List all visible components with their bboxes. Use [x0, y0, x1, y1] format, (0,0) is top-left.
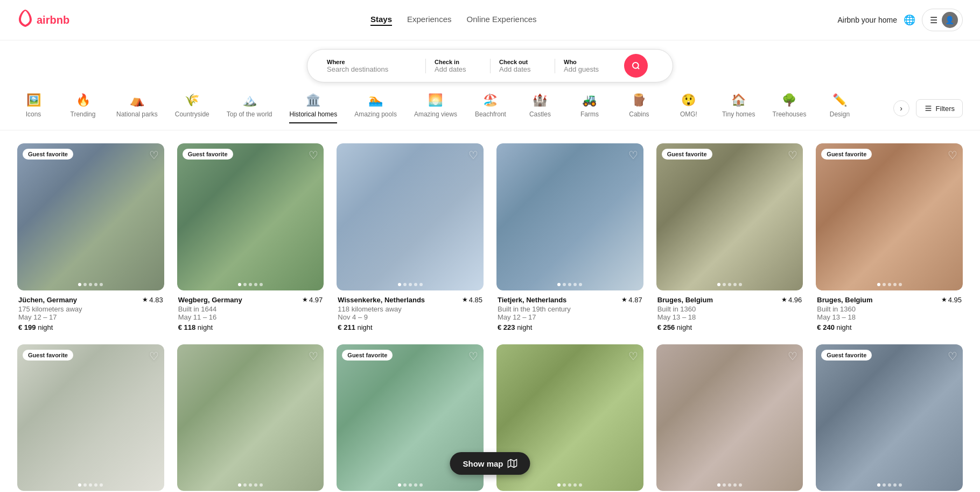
who-value[interactable]: Add guests: [564, 65, 611, 73]
category-item-trending[interactable]: 🔥 Trending: [67, 93, 99, 123]
guest-favorite-badge: Guest favorite: [662, 149, 712, 160]
logo[interactable]: airbnb: [17, 10, 69, 31]
category-item-national-parks[interactable]: ⛺ National parks: [116, 93, 158, 123]
wishlist-button[interactable]: ♡: [309, 350, 318, 363]
listing-location: Wegberg, Germany: [178, 296, 242, 304]
image-dot: [739, 283, 742, 286]
category-item-icons[interactable]: 🖼️ Icons: [17, 93, 50, 123]
image-dot: [78, 483, 81, 487]
category-item-cabins[interactable]: 🪵 Cabins: [623, 93, 655, 123]
listing-card[interactable]: Guest favorite ♡ Bruges, Belgium ★4.95 B…: [816, 143, 963, 331]
checkin-value[interactable]: Add dates: [435, 65, 481, 73]
wishlist-button[interactable]: ♡: [468, 350, 478, 363]
image-dot: [717, 483, 720, 487]
user-menu[interactable]: ☰ 👤: [922, 9, 963, 31]
who-section[interactable]: Who Add guests: [555, 59, 620, 73]
where-input[interactable]: Search destinations: [327, 65, 417, 73]
guest-favorite-badge: Guest favorite: [821, 149, 872, 160]
category-list: 🖼️ Icons 🔥 Trending ⛺ National parks 🌾 C…: [17, 93, 893, 123]
nav-tab-online[interactable]: Online Experiences: [467, 15, 537, 26]
show-map-container: Show map: [450, 452, 530, 475]
listing-card[interactable]: Guest favorite ♡ Wegberg, Germany ★4.97 …: [177, 143, 324, 331]
image-dot: [888, 483, 891, 487]
airbnb-your-home-link[interactable]: Airbnb your home: [837, 16, 897, 24]
hamburger-icon: ☰: [930, 15, 937, 25]
where-section[interactable]: Where Search destinations: [318, 59, 426, 73]
listing-card[interactable]: Guest favorite ♡: [816, 344, 963, 492]
listing-card[interactable]: ♡: [177, 344, 324, 492]
category-item-countryside[interactable]: 🌾 Countryside: [175, 93, 209, 123]
guest-favorite-badge: Guest favorite: [342, 350, 393, 361]
category-item-amazing-pools[interactable]: 🏊 Amazing pools: [354, 93, 397, 123]
category-nav: 🖼️ Icons 🔥 Trending ⛺ National parks 🌾 C…: [0, 87, 980, 130]
checkin-section[interactable]: Check in Add dates: [426, 59, 491, 73]
image-dot: [414, 283, 417, 286]
listing-info: Bruges, Belgium ★4.95 Built in 1360 May …: [816, 296, 963, 331]
nav-tab-experiences[interactable]: Experiences: [407, 15, 452, 26]
filters-label: Filters: [936, 105, 955, 113]
listing-card[interactable]: Guest favorite ♡: [17, 344, 164, 492]
listing-card[interactable]: ♡ Tietjerk, Netherlands ★4.87 Built in t…: [496, 143, 643, 331]
globe-icon[interactable]: 🌐: [904, 14, 915, 26]
image-dot: [419, 283, 423, 286]
category-item-omg[interactable]: 😲 OMG!: [673, 93, 705, 123]
category-label-tiny-homes: Tiny homes: [722, 110, 755, 118]
nav-tab-stays[interactable]: Stays: [370, 15, 392, 26]
category-icon-countryside: 🌾: [185, 93, 199, 107]
image-dot: [100, 483, 103, 487]
listing-card[interactable]: Guest favorite ♡ Jüchen, Germany ★4.83 1…: [17, 143, 164, 331]
search-bar-wrapper: Where Search destinations Check in Add d…: [0, 40, 980, 87]
category-icon-beachfront: 🏖️: [483, 93, 498, 107]
star-icon: ★: [781, 296, 787, 303]
category-item-design[interactable]: ✏️ Design: [823, 93, 856, 123]
wishlist-button[interactable]: ♡: [948, 149, 957, 162]
listing-subtitle: Built in 1360: [817, 305, 962, 313]
image-dots: [717, 483, 742, 487]
listing-top-row: Bruges, Belgium ★4.96: [657, 296, 802, 304]
listing-info: Bruges, Belgium ★4.96 Built in 1360 May …: [656, 296, 803, 331]
search-button[interactable]: [624, 54, 648, 78]
image-dot: [94, 283, 97, 286]
wishlist-button[interactable]: ♡: [628, 350, 638, 363]
image-dot: [717, 283, 720, 286]
image-dot: [414, 483, 417, 487]
listing-price: € 240 night: [817, 323, 962, 331]
category-item-top-world[interactable]: 🏔️ Top of the world: [227, 93, 272, 123]
wishlist-button[interactable]: ♡: [309, 149, 318, 162]
wishlist-button[interactable]: ♡: [948, 350, 957, 363]
wishlist-button[interactable]: ♡: [628, 149, 638, 162]
listing-subtitle: Built in the 19th century: [498, 305, 642, 313]
wishlist-button[interactable]: ♡: [788, 149, 797, 162]
category-label-national-parks: National parks: [116, 110, 158, 118]
checkout-section[interactable]: Check out Add dates: [491, 59, 555, 73]
wishlist-button[interactable]: ♡: [149, 149, 159, 162]
listing-card[interactable]: ♡ Wissenkerke, Netherlands ★4.85 118 kil…: [337, 143, 484, 331]
listing-card[interactable]: ♡: [656, 344, 803, 492]
listing-dates: May 12 – 17: [498, 313, 642, 321]
image-dots: [717, 283, 742, 286]
image-dot: [723, 283, 726, 286]
category-item-farms[interactable]: 🚜 Farms: [573, 93, 606, 123]
category-item-historical-homes[interactable]: 🏛️ Historical homes: [289, 93, 337, 123]
guest-favorite-badge: Guest favorite: [23, 350, 73, 361]
category-item-castles[interactable]: 🏰 Castles: [524, 93, 556, 123]
listing-card[interactable]: Guest favorite ♡ Bruges, Belgium ★4.96 B…: [656, 143, 803, 331]
category-item-beachfront[interactable]: 🏖️ Beachfront: [474, 93, 507, 123]
image-dot: [723, 483, 726, 487]
category-icon-historical-homes: 🏛️: [306, 93, 320, 107]
svg-line-1: [638, 67, 639, 69]
category-scroll-right[interactable]: ›: [893, 100, 909, 116]
wishlist-button[interactable]: ♡: [149, 350, 159, 363]
listing-image-wrapper: Guest favorite ♡: [17, 143, 164, 290]
category-item-tiny-homes[interactable]: 🏠 Tiny homes: [722, 93, 755, 123]
wishlist-button[interactable]: ♡: [468, 149, 478, 162]
checkout-value[interactable]: Add dates: [499, 65, 546, 73]
listing-rating: ★4.87: [621, 296, 642, 304]
listing-image-wrapper: ♡: [496, 143, 643, 290]
category-item-treehouses[interactable]: 🌳 Treehouses: [773, 93, 807, 123]
show-map-button[interactable]: Show map: [450, 452, 530, 475]
filters-button[interactable]: Filters: [916, 99, 963, 117]
category-item-amazing-views[interactable]: 🌅 Amazing views: [414, 93, 457, 123]
wishlist-button[interactable]: ♡: [788, 350, 797, 363]
listing-dates: May 13 – 18: [657, 313, 802, 321]
